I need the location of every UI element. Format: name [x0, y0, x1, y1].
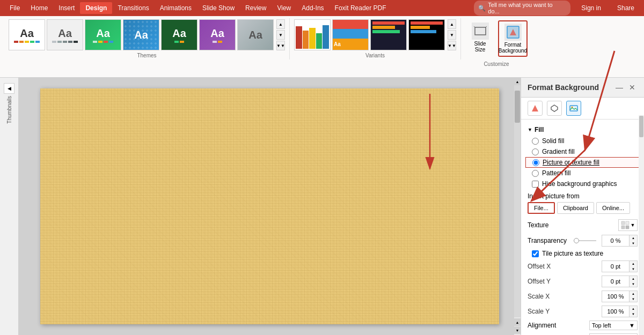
canvas-scroll-up2[interactable]: ▲	[514, 318, 521, 326]
theme-default-label: Aa	[20, 27, 34, 40]
offset-x-spinners: ▲ ▼	[629, 261, 637, 272]
hide-background-label: Hide background graphics	[542, 180, 617, 188]
themes-scroll-up[interactable]: ▲	[276, 19, 285, 29]
scale-x-value[interactable]: 100 %	[602, 293, 629, 300]
panel-scrollbar	[639, 115, 644, 335]
fill-section-label: Fill	[535, 126, 544, 133]
themes-scroll-down[interactable]: ▼	[276, 30, 285, 40]
hide-background-option[interactable]: Hide background graphics	[521, 178, 644, 189]
svg-rect-10	[621, 221, 625, 225]
transparency-spin-up[interactable]: ▲	[630, 235, 637, 241]
scale-y-spin-up[interactable]: ▲	[630, 306, 637, 311]
theme-default[interactable]: Aa	[9, 19, 45, 50]
variants-scroll-up[interactable]: ▲	[448, 19, 456, 29]
menu-design[interactable]: Design	[80, 2, 112, 14]
picture-tab[interactable]	[566, 101, 581, 116]
theme-purple-label: Aa	[210, 27, 224, 40]
scale-x-spin-down[interactable]: ▼	[630, 296, 637, 302]
menu-insert[interactable]: Insert	[53, 2, 80, 14]
scale-x-spin-up[interactable]: ▲	[630, 291, 637, 296]
menu-animations[interactable]: Animations	[155, 2, 197, 14]
offset-x-spin-down[interactable]: ▼	[630, 266, 637, 272]
search-icon: 🔍	[478, 5, 486, 12]
transparency-label: Transparency	[528, 237, 570, 244]
menu-file[interactable]: File	[4, 2, 25, 14]
solid-fill-radio[interactable]	[532, 138, 539, 145]
online-insert-btn[interactable]: Online...	[596, 202, 630, 214]
offset-x-spin-up[interactable]: ▲	[630, 261, 637, 266]
menu-transitions[interactable]: Transitions	[112, 2, 154, 14]
transparency-row: Transparency 0 % ▲ ▼	[521, 233, 644, 248]
fill-effects-tab[interactable]	[528, 101, 543, 116]
transparency-spin-down[interactable]: ▼	[630, 241, 637, 246]
menu-view[interactable]: View	[272, 2, 296, 14]
theme-green[interactable]: Aa	[85, 19, 121, 50]
tile-picture-checkbox[interactable]	[532, 250, 539, 257]
picture-tab-icon	[569, 104, 578, 113]
gradient-fill-option[interactable]: Gradient fill	[521, 146, 644, 157]
slide[interactable]	[40, 88, 499, 324]
menu-review[interactable]: Review	[240, 2, 272, 14]
slide-size-btn[interactable]: Slide Size	[465, 20, 495, 57]
panel-scrollbar-thumb[interactable]	[639, 116, 643, 137]
search-box[interactable]: 🔍 Tell me what you want to do...	[474, 1, 570, 16]
format-background-btn[interactable]: Format Background	[498, 20, 528, 57]
offset-y-spin-up[interactable]: ▲	[630, 276, 637, 281]
scale-y-value[interactable]: 100 %	[602, 308, 629, 315]
variants-scroll-down[interactable]: ▼	[448, 30, 456, 40]
panel-tabs	[521, 98, 644, 120]
hide-background-checkbox[interactable]	[532, 181, 539, 188]
theme-green-label: Aa	[96, 27, 110, 40]
themes-scroll-more[interactable]: ▼▼	[276, 41, 285, 50]
file-insert-btn[interactable]: File...	[528, 202, 555, 214]
fill-section-title[interactable]: ▼ Fill	[521, 124, 644, 136]
transparency-slider[interactable]	[574, 240, 596, 241]
alignment-dropdown[interactable]: Top left ▼	[589, 321, 638, 330]
signin-btn[interactable]: Sign in	[576, 2, 606, 14]
menu-addins[interactable]: Add-Ins	[296, 2, 329, 14]
panel-minimize-btn[interactable]: —	[614, 82, 625, 93]
texture-picker-btn[interactable]: ▼	[618, 219, 638, 231]
shape-effects-tab[interactable]	[547, 101, 562, 116]
offset-y-value-box: 0 pt ▲ ▼	[602, 276, 638, 287]
theme-dark-green[interactable]: Aa	[161, 19, 197, 50]
offset-x-value[interactable]: 0 pt	[602, 263, 629, 270]
customize-label: Customize	[484, 61, 509, 67]
variants-scroll-more[interactable]: ▼▼	[448, 41, 456, 50]
theme-gray[interactable]: Aa	[237, 19, 274, 50]
offset-y-value[interactable]: 0 pt	[602, 278, 629, 285]
variant-3[interactable]	[370, 19, 407, 50]
variant-2[interactable]: Aa	[332, 19, 369, 50]
customize-section: Slide Size Format Background Customize	[461, 18, 532, 69]
gradient-fill-radio[interactable]	[532, 148, 539, 155]
pattern-fill-option[interactable]: Pattern fill	[521, 168, 644, 178]
picture-texture-fill-radio[interactable]	[532, 159, 539, 166]
clipboard-insert-btn[interactable]: Clipboard	[557, 202, 594, 214]
slide-size-icon	[472, 23, 489, 40]
canvas-scroll-up[interactable]: ▲	[514, 78, 521, 85]
scale-y-spin-down[interactable]: ▼	[630, 311, 637, 317]
share-btn[interactable]: Share	[612, 2, 640, 14]
solid-fill-option[interactable]: Solid fill	[521, 136, 644, 146]
theme-purple[interactable]: Aa	[199, 19, 236, 50]
variant-4[interactable]	[408, 19, 445, 50]
pattern-fill-radio[interactable]	[532, 170, 539, 177]
panel-close-btn[interactable]: ✕	[627, 82, 638, 93]
picture-texture-fill-label: Picture or texture fill	[543, 159, 599, 166]
theme-2[interactable]: Aa	[47, 19, 83, 50]
picture-texture-fill-option[interactable]: Picture or texture fill	[525, 157, 640, 168]
scale-y-value-box: 100 % ▲ ▼	[602, 306, 638, 317]
transparency-thumb[interactable]	[574, 238, 579, 243]
canvas-scrollbar-thumb[interactable]	[515, 91, 520, 123]
menu-slideshow[interactable]: Slide Show	[197, 2, 240, 14]
tile-picture-option[interactable]: Tile picture as texture	[521, 248, 644, 259]
offset-y-label: Offset Y	[528, 278, 551, 285]
menu-foxit[interactable]: Foxit Reader PDF	[330, 2, 392, 14]
offset-y-spin-down[interactable]: ▼	[630, 281, 637, 287]
slide-canvas[interactable]: ▲ ▲ ▼	[19, 78, 521, 335]
variant-1[interactable]	[294, 19, 331, 50]
canvas-scroll-down[interactable]: ▼	[514, 326, 521, 334]
theme-blue-dots[interactable]: Aa	[123, 19, 159, 50]
menu-home[interactable]: Home	[25, 2, 53, 14]
collapse-thumbnails-btn[interactable]: ◀	[4, 83, 14, 94]
